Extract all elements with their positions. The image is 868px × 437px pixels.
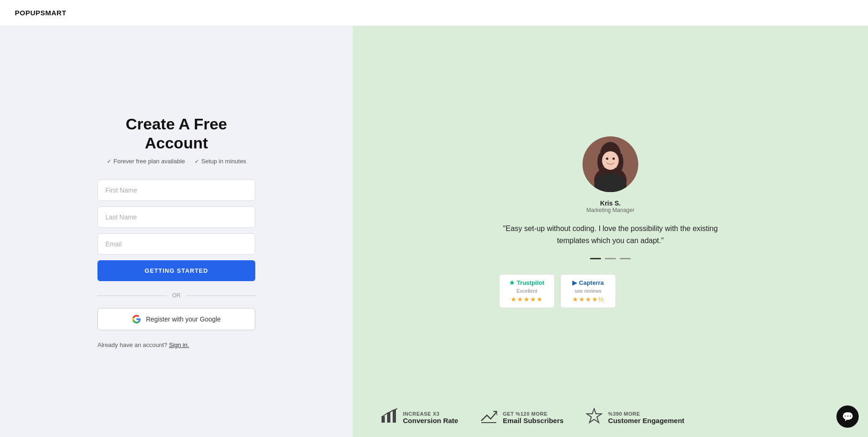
svg-point-7 [606, 158, 609, 160]
reviewer-name: Kris S. [499, 199, 722, 207]
subtitle-item-2: ✓ Setup in minutes [194, 158, 246, 165]
divider-line-left [97, 296, 167, 296]
last-name-field[interactable] [97, 206, 255, 228]
stat-email-value: Email Subscribers [503, 417, 564, 424]
carousel-dot-3[interactable] [620, 258, 631, 259]
divider-text: OR [172, 292, 181, 299]
stat-engagement-value: Customer Engagement [608, 417, 684, 424]
main-layout: Create A Free Account ✓ Forever free pla… [0, 0, 868, 437]
stat-engagement-label: %390 MORE [608, 411, 684, 417]
capterra-stars: ★★★★½ [572, 296, 604, 303]
stat-conversion-text: INCREASE X3 Conversion Rate [403, 411, 458, 424]
avatar-image [583, 136, 638, 192]
form-container: Create A Free Account ✓ Forever free pla… [97, 115, 255, 349]
google-icon [132, 315, 141, 324]
first-name-field[interactable] [97, 180, 255, 201]
chat-icon: 💬 [842, 411, 854, 422]
divider-line-right [186, 296, 255, 296]
stats-bar: INCREASE X3 Conversion Rate GET %120 MOR… [353, 398, 868, 437]
trustpilot-label: Excellent [517, 288, 538, 294]
engagement-icon [586, 408, 602, 428]
signin-link[interactable]: Sign in. [169, 341, 189, 348]
trustpilot-brand: ★ Trustpilot [509, 279, 544, 286]
svg-point-6 [602, 151, 619, 170]
capterra-icon: ▶ [572, 279, 577, 286]
divider: OR [97, 292, 255, 299]
trustpilot-star-icon: ★ [509, 279, 515, 286]
email-field[interactable] [97, 233, 255, 255]
left-panel: Create A Free Account ✓ Forever free pla… [0, 26, 353, 437]
stat-conversion-value: Conversion Rate [403, 417, 458, 424]
right-panel: Kris S. Marketing Manager "Easy set-up w… [353, 26, 868, 437]
trustpilot-stars: ★★★★★ [511, 296, 543, 303]
carousel-dots [499, 258, 722, 259]
subtitle-item-1: ✓ Forever free plan available [107, 158, 185, 165]
chat-button[interactable]: 💬 [836, 405, 859, 428]
svg-marker-14 [587, 409, 602, 423]
signin-prompt: Already have an account? Sign in. [97, 341, 255, 348]
capterra-label: see reviews [575, 288, 602, 294]
google-button-label: Register with your Google [146, 315, 220, 323]
stat-email-text: GET %120 MORE Email Subscribers [503, 411, 564, 424]
capterra-brand: ▶ Capterra [572, 279, 603, 286]
getting-started-button[interactable]: GETTING STARTED [97, 260, 255, 281]
testimonial-section: Kris S. Marketing Manager "Easy set-up w… [499, 136, 722, 308]
stat-engagement-text: %390 MORE Customer Engagement [608, 411, 684, 424]
avatar [583, 136, 638, 192]
testimonial-quote: "Easy set-up without coding. I love the … [499, 223, 722, 246]
stat-conversion-label: INCREASE X3 [403, 411, 458, 417]
review-badges: ★ Trustpilot Excellent ★★★★★ ▶ Capterra … [499, 274, 722, 308]
carousel-dot-1[interactable] [590, 258, 601, 259]
logo: POPUPSMART [15, 9, 66, 17]
trustpilot-badge: ★ Trustpilot Excellent ★★★★★ [499, 274, 555, 308]
google-register-button[interactable]: Register with your Google [97, 308, 255, 330]
stat-email: GET %120 MORE Email Subscribers [480, 408, 564, 428]
svg-point-8 [613, 158, 615, 160]
stat-conversion: INCREASE X3 Conversion Rate [381, 408, 458, 428]
reviewer-title: Marketing Manager [499, 207, 722, 213]
conversion-icon [381, 408, 397, 428]
carousel-dot-2[interactable] [605, 258, 616, 259]
svg-rect-12 [393, 410, 396, 423]
svg-rect-11 [387, 412, 390, 423]
check-icon-1: ✓ [107, 158, 111, 165]
email-icon [480, 408, 497, 428]
page-title: Create A Free Account [97, 115, 255, 153]
check-icon-2: ✓ [194, 158, 199, 165]
header: POPUPSMART [0, 0, 868, 26]
stat-email-label: GET %120 MORE [503, 411, 564, 417]
stat-engagement: %390 MORE Customer Engagement [586, 408, 684, 428]
form-subtitle: ✓ Forever free plan available ✓ Setup in… [97, 158, 255, 165]
capterra-badge: ▶ Capterra see reviews ★★★★½ [560, 274, 616, 308]
